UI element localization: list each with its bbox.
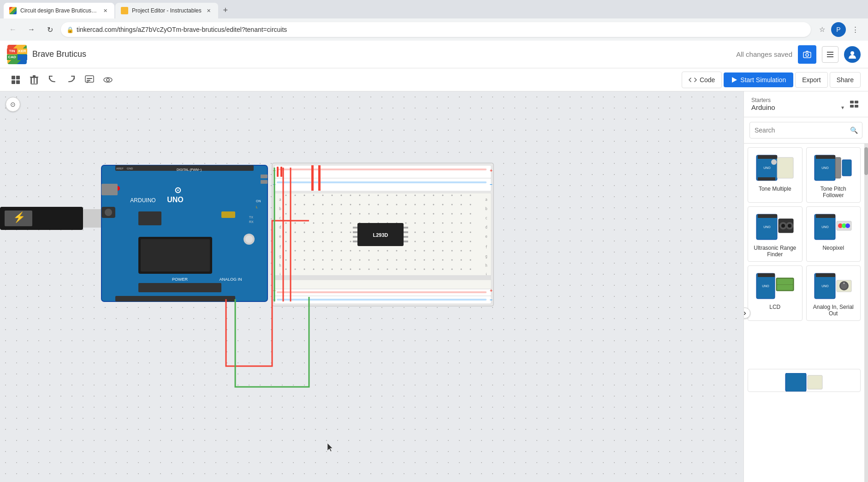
component-label-tone-pitch: Tone Pitch Follower <box>810 186 857 199</box>
svg-rect-11 <box>33 75 36 77</box>
view-toggle-button[interactable] <box>798 45 816 64</box>
svg-rect-104 <box>404 227 408 229</box>
svg-rect-58 <box>280 167 282 177</box>
svg-rect-101 <box>353 231 357 233</box>
svg-rect-46 <box>261 180 268 184</box>
svg-rect-102 <box>353 236 357 238</box>
svg-text:POWER: POWER <box>172 277 188 282</box>
export-button[interactable]: Export <box>795 72 827 88</box>
svg-rect-140 <box>816 214 835 218</box>
component-img-lcd: UNO <box>754 270 796 302</box>
simulate-button[interactable]: Start Simulation <box>724 72 793 87</box>
profile-button[interactable]: P <box>831 22 846 37</box>
share-label: Share <box>837 76 854 84</box>
component-tone-multiple[interactable]: UNO Tone Multiple <box>748 147 803 203</box>
list-view-button[interactable] <box>822 46 838 63</box>
bookmark-button[interactable]: ☆ <box>814 22 829 37</box>
svg-rect-123 <box>835 157 841 178</box>
back-icon: ← <box>9 25 17 34</box>
svg-rect-47 <box>221 211 235 218</box>
svg-text:⚡: ⚡ <box>13 211 26 223</box>
component-bottom-partial[interactable] <box>748 369 861 392</box>
share-button[interactable]: Share <box>830 72 861 88</box>
components-icon <box>11 75 21 85</box>
components-grid: UNO Tone Multiple <box>748 147 861 365</box>
refresh-button[interactable]: ↻ <box>42 22 57 37</box>
svg-text:b: b <box>485 207 488 211</box>
svg-rect-55 <box>274 165 491 178</box>
component-img-neopixel: UNO <box>813 211 854 243</box>
panel-scrollbar[interactable] <box>864 144 868 482</box>
tab-favicon-2 <box>121 7 128 14</box>
component-analog-serial[interactable]: UNO Analog In, Serial Out <box>806 265 861 321</box>
svg-text:RX: RX <box>249 220 254 223</box>
svg-text:TX: TX <box>249 216 253 219</box>
category-dropdown[interactable]: Arduino ▾ <box>751 103 844 111</box>
fit-view-button[interactable]: ⊙ <box>6 97 20 112</box>
svg-rect-28 <box>115 296 235 301</box>
redo-icon <box>66 75 76 85</box>
menu-button[interactable]: ⋮ <box>848 22 862 37</box>
tab-tinkercad[interactable]: Circuit design Brave Bruticus | Ti... ✕ <box>4 3 114 18</box>
svg-rect-9 <box>16 80 20 84</box>
component-lcd[interactable]: UNO LCD <box>748 265 803 321</box>
svg-rect-113 <box>855 101 858 103</box>
component-label-ultrasonic: Ultrasonic Range Finder <box>752 245 798 258</box>
component-tone-pitch-follower[interactable]: UNO Tone Pitch Follower <box>806 147 861 203</box>
app-toolbar: Code Start Simulation Export Share <box>0 68 868 91</box>
svg-text:DIGITAL (PWM~): DIGITAL (PWM~) <box>177 168 202 172</box>
scrollbar-thumb[interactable] <box>864 147 868 175</box>
component-label-tone-multiple: Tone Multiple <box>759 186 791 192</box>
redo-button[interactable] <box>63 72 79 88</box>
avatar-icon <box>847 49 857 60</box>
delete-button[interactable] <box>26 72 42 88</box>
svg-rect-56 <box>277 169 487 170</box>
svg-rect-87 <box>277 299 487 301</box>
simulate-label: Start Simulation <box>740 76 786 84</box>
svg-rect-114 <box>850 105 854 108</box>
tab-close-2[interactable]: ✕ <box>205 7 213 14</box>
svg-rect-60 <box>277 181 487 183</box>
new-tab-button[interactable]: + <box>219 4 232 17</box>
forward-button[interactable]: → <box>24 22 39 37</box>
component-neopixel[interactable]: UNO Neopixel <box>806 206 861 262</box>
components-button[interactable] <box>7 72 24 88</box>
svg-rect-33 <box>141 239 210 271</box>
app-logo[interactable]: TIN KER CAD Brave Bruticus <box>7 45 86 64</box>
eye-button[interactable] <box>100 72 116 88</box>
svg-rect-107 <box>404 241 408 242</box>
svg-text:+: + <box>490 288 493 293</box>
panel-list-view-button[interactable] <box>848 98 861 111</box>
svg-rect-133 <box>758 214 777 218</box>
tab-favicon-1 <box>9 7 17 14</box>
svg-rect-106 <box>404 236 408 238</box>
back-button[interactable]: ← <box>6 22 20 37</box>
svg-text:h: h <box>279 264 281 268</box>
user-avatar[interactable] <box>844 46 861 63</box>
tab-instructables[interactable]: Project Editor - Instructables ✕ <box>115 3 218 18</box>
grid-list-icon <box>850 100 859 109</box>
camera-icon <box>802 49 812 60</box>
search-input[interactable] <box>749 122 862 139</box>
svg-rect-105 <box>404 231 408 233</box>
svg-text:ARDUINO: ARDUINO <box>130 197 155 204</box>
svg-rect-97 <box>318 165 321 191</box>
component-label-neopixel: Neopixel <box>822 245 844 251</box>
component-label-analog: Analog In, Serial Out <box>810 304 857 317</box>
code-button[interactable]: Code <box>682 72 722 88</box>
svg-rect-156 <box>785 373 806 392</box>
undo-button[interactable] <box>44 72 61 88</box>
svg-point-1 <box>806 54 809 56</box>
canvas-area: ⊙ ⚡ <box>0 91 868 482</box>
eye-icon <box>103 75 113 85</box>
component-ultrasonic[interactable]: UNO Ultrasonic Range Finder <box>748 206 803 262</box>
tab-close-1[interactable]: ✕ <box>101 7 109 14</box>
svg-rect-118 <box>758 155 777 159</box>
address-bar[interactable]: 🔒 tinkercad.com/things/aZ7bVcZyOTm-brave… <box>61 22 811 37</box>
svg-rect-42 <box>101 184 118 195</box>
comment-button[interactable] <box>81 72 98 88</box>
svg-rect-2 <box>827 52 833 53</box>
undo-icon <box>48 75 58 85</box>
canvas-main[interactable]: ⊙ ⚡ <box>0 91 743 482</box>
svg-rect-18 <box>87 80 90 81</box>
